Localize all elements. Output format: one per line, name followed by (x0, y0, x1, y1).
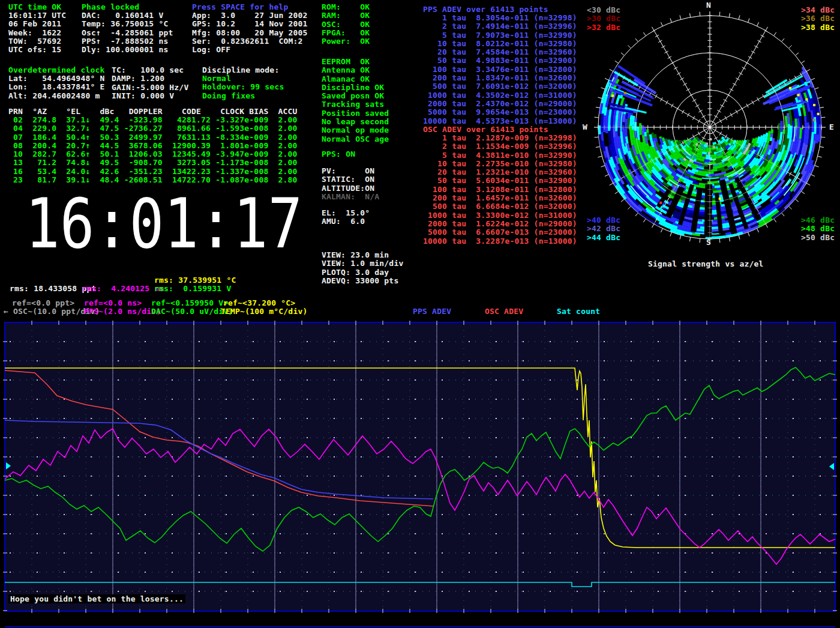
rms-dac: rms: 0.159931 V (154, 285, 231, 293)
dbc-legend-top-left: <30 dBc>30 dBc>32 dBc (587, 6, 620, 32)
pps-adev-rows: 1 tau 8.3054e-011 (n=32998) 2 tau 7.4914… (423, 14, 577, 125)
dbc-legend-bottom-left: >40 dBc>42 dBc>44 dBc (587, 216, 620, 242)
hw-status-lines: ROM: OK RAM: OK OSC: OK FPGA: OK Power: … (322, 3, 370, 46)
compass-south: S (706, 238, 711, 247)
polar-caption: Signal strength vs az/el (648, 260, 764, 268)
discipline-mode-lines: Normal Holdover: 99 secs Doing fixes (202, 74, 284, 100)
health-lines: EEPROM OK Antenna OK Almanac OK Discipli… (322, 58, 389, 143)
view-settings-lines: VIEW: 23.0 min VIEW: 1.0 min/div PLOTQ: … (322, 251, 403, 285)
compass-north: N (706, 1, 711, 10)
dbc-legend-top-right: >34 dBc>36 dBc>38 dBc (801, 6, 835, 32)
position-lines: Lat: 54.4964948° N Lon: 18.4337841° E Al… (8, 74, 105, 100)
dbc-legend-bottom-right: >46 dBc>48 dBc>50 dBc (801, 216, 835, 242)
osc-adev-rows: 1 tau 2.1287e-009 (n=32998) 2 tau 1.1534… (423, 134, 577, 246)
pps-state: PPS: ON (322, 150, 355, 159)
lady-heather-screen: UTC time OK 16:01:17 UTC 06 Feb 2011 Wee… (0, 0, 840, 628)
temp-scale-label[interactable]: TEMP~(100 m°C/div) (221, 307, 307, 316)
pps-scale-label[interactable]: PPS~(2.0 ns/div) (84, 307, 161, 316)
osc-adev-plot-label[interactable]: OSC ADEV (485, 307, 523, 316)
version-lines: App: 3.0 27 Jun 2002 GPS: 10.2 14 Nov 20… (192, 11, 308, 54)
utc-status-lines: 16:01:17 UTC 06 Feb 2011 Week: 1622 TOW:… (8, 11, 66, 54)
big-digital-clock: 16:01:17 (25, 190, 302, 258)
phase-lines: DAC: 0.160141 V Temp: 36.750015 °C Osc↑ … (82, 11, 173, 54)
polar-plot (594, 11, 826, 243)
compass-east: E (829, 123, 834, 131)
amu-mask: AMU: 6.0 (322, 217, 365, 226)
strip-chart (3, 321, 837, 627)
loop-param-lines: TC: 100.0 sec DAMP: 1.200 GAIN:-5.000 Hz… (112, 66, 188, 100)
status-message: Hope you didn't bet on the losers... (8, 595, 185, 603)
mode-lines: PV: ONSTATIC: ONALTITUDE:ONKALMAN: N/A (322, 167, 379, 201)
pps-adev-plot-label[interactable]: PPS ADEV (413, 307, 451, 316)
rms-pps: rms: 4.240125 ns (82, 285, 164, 293)
compass-west: W (583, 123, 587, 131)
status-message-text: Hope you didn't bet on the losers... (8, 594, 185, 603)
sat-table-rows: 02 274.8 37.1↓ 49.4 -323.98 4281.72 -3.3… (8, 116, 298, 184)
sat-count-plot-label[interactable]: Sat count (557, 307, 600, 316)
